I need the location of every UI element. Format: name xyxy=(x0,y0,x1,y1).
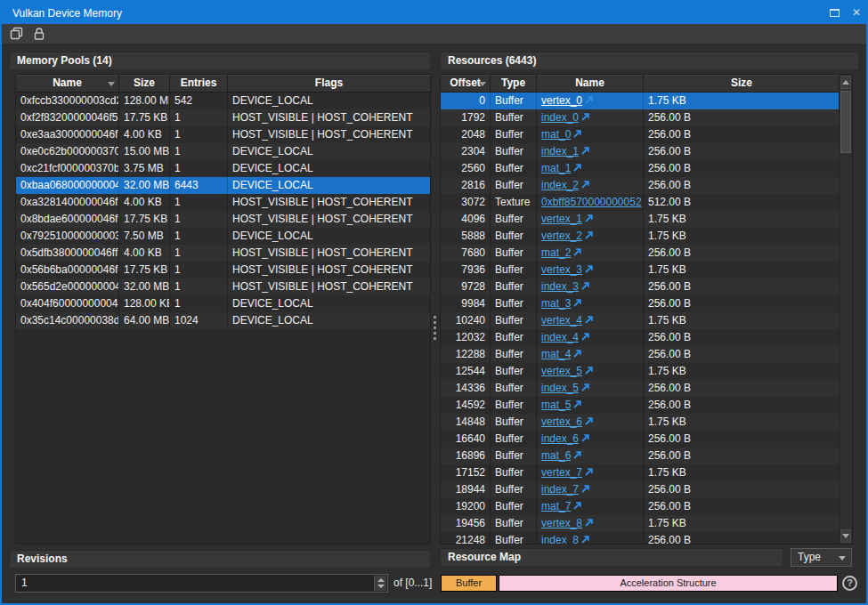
memory-pool-row[interactable]: 0x565d2e000000004b32.00 MB1HOST_VISIBLE … xyxy=(16,278,430,295)
goto-arrow-icon[interactable] xyxy=(585,414,593,431)
goto-arrow-icon[interactable] xyxy=(573,498,581,515)
resource-row[interactable]: 7680Buffermat_2256.00 B xyxy=(441,245,840,262)
goto-arrow-icon[interactable] xyxy=(581,329,589,346)
scroll-up-icon[interactable] xyxy=(840,76,851,89)
goto-arrow-icon[interactable] xyxy=(581,431,589,448)
goto-arrow-icon[interactable] xyxy=(573,346,581,363)
memory-pool-row[interactable]: 0x5dfb3800000046ff4.00 KB1HOST_VISIBLE |… xyxy=(16,245,430,262)
resource-link[interactable]: index_2 xyxy=(541,179,579,191)
scrollbar-thumb[interactable] xyxy=(840,91,851,153)
goto-arrow-icon[interactable] xyxy=(585,211,593,228)
column-header-name[interactable]: Name xyxy=(537,75,644,92)
goto-arrow-icon[interactable] xyxy=(573,126,581,143)
resource-row[interactable]: 2560Buffermat_1256.00 B xyxy=(441,160,840,177)
resource-link[interactable]: vertex_3 xyxy=(541,263,582,276)
resource-link[interactable]: vertex_6 xyxy=(541,415,582,428)
goto-arrow-icon[interactable] xyxy=(585,262,593,278)
resource-link[interactable]: vertex_1 xyxy=(541,213,582,225)
resource-row[interactable]: 9728Bufferindex_3256.00 B xyxy=(441,278,840,295)
resource-row[interactable]: 10240Buffervertex_41.75 KB xyxy=(441,312,840,329)
resource-link[interactable]: mat_0 xyxy=(541,128,571,141)
memory-pool-row[interactable]: 0xfccb330000003cd2128.00 MB542DEVICE_LOC… xyxy=(16,93,430,109)
goto-arrow-icon[interactable] xyxy=(581,380,589,397)
resource-row[interactable]: 9984Buffermat_3256.00 B xyxy=(441,295,840,312)
resource-link[interactable]: vertex_8 xyxy=(541,517,582,529)
column-header-offset[interactable]: Offset xyxy=(441,75,491,92)
help-icon[interactable]: ? xyxy=(842,576,857,591)
goto-arrow-icon[interactable] xyxy=(585,515,593,532)
resource-row[interactable]: 7936Buffervertex_31.75 KB xyxy=(441,262,840,278)
goto-arrow-icon[interactable] xyxy=(581,177,589,194)
resource-map-segment[interactable]: Buffer xyxy=(441,575,497,592)
duplicate-icon[interactable] xyxy=(10,27,24,41)
revision-spinbox[interactable]: 1 xyxy=(15,574,388,593)
resource-link[interactable]: vertex_4 xyxy=(541,314,582,327)
spin-up-icon[interactable] xyxy=(377,578,385,582)
memory-pool-row[interactable]: 0x35c14c00000038d164.00 MB1024DEVICE_LOC… xyxy=(16,312,430,329)
resource-link[interactable]: index_1 xyxy=(541,145,579,157)
resource-link[interactable]: mat_4 xyxy=(541,348,571,360)
resource-link[interactable]: index_8 xyxy=(541,534,579,544)
vertical-scrollbar[interactable] xyxy=(839,75,852,544)
resource-link[interactable]: mat_2 xyxy=(541,246,571,259)
column-header-size[interactable]: Size xyxy=(119,75,170,92)
goto-arrow-icon[interactable] xyxy=(585,363,593,380)
resource-link[interactable]: vertex_7 xyxy=(541,466,582,479)
resource-row[interactable]: 0Buffervertex_01.75 KB xyxy=(441,93,840,109)
memory-pool-row[interactable]: 0x79251000000000357.50 MB1DEVICE_LOCAL xyxy=(16,228,430,245)
spinner-buttons[interactable] xyxy=(374,576,386,591)
column-header-flags[interactable]: Flags xyxy=(228,75,430,92)
goto-arrow-icon[interactable] xyxy=(573,397,581,414)
resource-link[interactable]: index_0 xyxy=(541,111,579,124)
goto-arrow-icon[interactable] xyxy=(585,464,593,481)
maximize-icon[interactable] xyxy=(830,9,840,17)
resource-map-segment[interactable]: Acceleration Structure xyxy=(499,575,838,592)
goto-arrow-icon[interactable] xyxy=(581,109,589,126)
resource-link[interactable]: mat_3 xyxy=(541,297,571,310)
resource-link[interactable]: index_5 xyxy=(541,382,579,394)
resource-link[interactable]: index_4 xyxy=(541,331,579,343)
goto-arrow-icon[interactable] xyxy=(585,312,593,329)
resource-row[interactable]: 4096Buffervertex_11.75 KB xyxy=(441,211,840,228)
resource-row[interactable]: 14592Buffermat_5256.00 B xyxy=(441,397,840,414)
scroll-down-icon[interactable] xyxy=(840,529,851,543)
lock-icon[interactable] xyxy=(32,27,46,41)
column-header-type[interactable]: Type xyxy=(491,75,537,92)
memory-pool-row[interactable]: 0xa3281400000046fb4.00 KB1HOST_VISIBLE |… xyxy=(16,194,430,211)
close-icon[interactable]: ✕ xyxy=(852,2,861,24)
memory-pool-row[interactable]: 0x56b6ba00000046fd17.75 KB1HOST_VISIBLE … xyxy=(16,262,430,278)
goto-arrow-icon[interactable] xyxy=(573,245,581,262)
resource-row[interactable]: 12544Buffervertex_51.75 KB xyxy=(441,363,840,380)
resource-row[interactable]: 1792Bufferindex_0256.00 B xyxy=(441,109,840,126)
resource-link[interactable]: 0xbff8570000000052 xyxy=(541,196,642,208)
goto-arrow-icon[interactable] xyxy=(581,143,589,160)
resource-row[interactable]: 21248Bufferindex_8256.00 B xyxy=(441,532,840,544)
memory-pool-row[interactable]: 0xf2f83200000046f517.75 KB1HOST_VISIBLE … xyxy=(16,109,430,126)
column-header-name[interactable]: Name xyxy=(16,75,119,92)
memory-pool-row[interactable]: 0xe0c62b000000370715.00 MB1DEVICE_LOCAL xyxy=(16,143,430,160)
resource-link[interactable]: mat_1 xyxy=(541,162,571,174)
resource-link[interactable]: index_6 xyxy=(541,432,579,445)
resource-row[interactable]: 5888Buffervertex_21.75 KB xyxy=(441,228,840,245)
panel-splitter[interactable] xyxy=(432,74,439,544)
goto-arrow-icon[interactable] xyxy=(573,160,581,177)
goto-arrow-icon[interactable] xyxy=(581,481,589,498)
resource-row[interactable]: 3072Texture0xbff8570000000052512.00 B xyxy=(441,194,840,211)
column-header-size[interactable]: Size xyxy=(644,75,840,92)
resource-link[interactable]: vertex_0 xyxy=(541,94,582,107)
resource-row[interactable]: 16640Bufferindex_6256.00 B xyxy=(441,431,840,448)
goto-arrow-icon[interactable] xyxy=(573,448,581,464)
resource-link[interactable]: mat_6 xyxy=(541,449,571,462)
map-filter-dropdown[interactable]: Type xyxy=(791,548,852,567)
goto-arrow-icon[interactable] xyxy=(585,228,593,245)
resource-row[interactable]: 12288Buffermat_4256.00 B xyxy=(441,346,840,363)
resource-row[interactable]: 16896Buffermat_6256.00 B xyxy=(441,448,840,464)
spin-down-icon[interactable] xyxy=(377,585,385,588)
resource-row[interactable]: 2304Bufferindex_1256.00 B xyxy=(441,143,840,160)
goto-arrow-icon[interactable] xyxy=(573,295,581,312)
goto-arrow-icon[interactable] xyxy=(585,93,593,109)
resource-link[interactable]: vertex_5 xyxy=(541,365,582,377)
resource-link[interactable]: index_3 xyxy=(541,280,579,293)
resource-row[interactable]: 19456Buffervertex_81.75 KB xyxy=(441,515,840,532)
memory-pool-row[interactable]: 0x8bdae600000046f917.75 KB1HOST_VISIBLE … xyxy=(16,211,430,228)
